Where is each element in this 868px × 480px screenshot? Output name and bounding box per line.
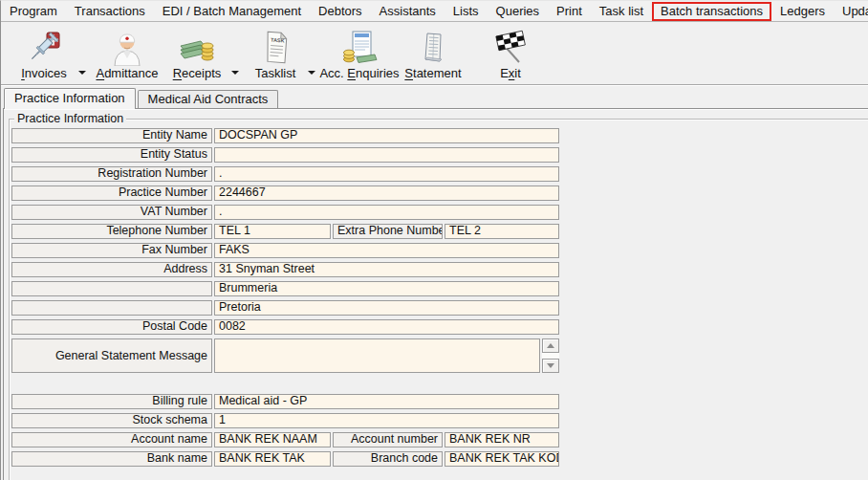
- menu-task-list[interactable]: Task list: [591, 2, 652, 21]
- practice-information-window: { "menu": { "items": ["Program","Transac…: [0, 0, 868, 480]
- form-row-entity-name: Entity Name DOCSPAN GP: [11, 128, 559, 143]
- syringe-invoice-icon: [25, 26, 63, 66]
- exit-button[interactable]: Exit: [484, 26, 537, 80]
- tasklist-label: Tasklist: [255, 66, 296, 80]
- address-line-2-field[interactable]: Brummeria: [214, 281, 559, 296]
- scroll-down-button[interactable]: [542, 359, 559, 373]
- tasklist-button[interactable]: TASK Tasklist: [246, 26, 305, 80]
- form-row-address-2: Brummeria: [11, 281, 559, 296]
- receipts-button[interactable]: Receipts: [165, 26, 228, 80]
- admittance-button[interactable]: Admittance: [89, 26, 165, 80]
- menu-ledgers[interactable]: Ledgers: [771, 2, 834, 21]
- menu-transactions[interactable]: Transactions: [66, 2, 154, 21]
- statement-button[interactable]: Statement: [398, 26, 468, 80]
- practice-number-label: Practice Number: [11, 185, 212, 201]
- arrow-down-icon: [547, 363, 554, 368]
- form-row-bank: Bank name BANK REK TAK Branch code BANK …: [11, 451, 559, 467]
- tasklist-dropdown-arrow-icon[interactable]: [308, 71, 315, 75]
- menu-print[interactable]: Print: [548, 2, 591, 21]
- address-label: Address: [11, 262, 212, 277]
- toolbar: Invoices Admittance: [1, 23, 868, 85]
- menu-debtors[interactable]: Debtors: [310, 2, 371, 21]
- branch-code-label: Branch code: [333, 451, 443, 467]
- fax-number-label: Fax Number: [11, 243, 212, 258]
- extra-phone-number-field[interactable]: TEL 2: [445, 224, 559, 239]
- menu-edi-batch-management[interactable]: EDI / Batch Management: [154, 2, 310, 21]
- stock-schema-label: Stock schema: [11, 413, 212, 428]
- svg-text:TASK: TASK: [271, 37, 285, 44]
- task-note-icon: TASK: [256, 26, 294, 66]
- tab-panel: Practice Information Entity Name DOCSPAN…: [3, 108, 868, 480]
- receipts-dropdown-arrow-icon[interactable]: [231, 71, 239, 75]
- vat-number-label: VAT Number: [11, 205, 212, 220]
- arrow-up-icon: [547, 343, 554, 348]
- extra-phone-number-label: Extra Phone Number: [333, 224, 443, 239]
- form-row-telephone: Telephone Number TEL 1 Extra Phone Numbe…: [11, 224, 559, 239]
- form-row-billing-rule: Billing rule Medical aid - GP: [11, 394, 559, 409]
- registration-number-field[interactable]: .: [214, 166, 559, 182]
- billing-rule-label: Billing rule: [11, 394, 212, 409]
- address-line-3-field[interactable]: Pretoria: [214, 300, 559, 316]
- form-row-practice-number: Practice Number 2244667: [11, 185, 559, 201]
- form-row-fax-number: Fax Number FAKS: [11, 243, 559, 258]
- fax-number-field[interactable]: FAKS: [214, 243, 559, 258]
- groupbox-title: Practice Information: [14, 112, 126, 125]
- form-row-vat-number: VAT Number .: [11, 205, 559, 220]
- menu-lists[interactable]: Lists: [445, 2, 488, 21]
- general-statement-message-field[interactable]: [214, 338, 540, 373]
- form-row-entity-status: Entity Status: [11, 147, 559, 163]
- statement-label: Statement: [404, 66, 461, 80]
- account-number-field[interactable]: BANK REK NR: [445, 432, 559, 447]
- acc-enquiries-button[interactable]: Acc. Enquiries: [316, 26, 402, 80]
- scroll-up-button[interactable]: [542, 338, 559, 353]
- nurse-icon: [108, 26, 146, 66]
- invoices-button[interactable]: Invoices: [13, 26, 75, 80]
- form-row-address-3: Pretoria: [11, 300, 559, 316]
- branch-code-field[interactable]: BANK REK TAK KODE: [445, 451, 559, 467]
- registration-number-label: Registration Number: [11, 166, 212, 182]
- menu-batch-transactions-highlighted[interactable]: Batch transactions: [652, 2, 771, 21]
- acc-enquiries-label: Acc. Enquiries: [319, 66, 399, 80]
- address-2-label: [11, 281, 212, 296]
- postal-code-field[interactable]: 0082: [214, 319, 559, 335]
- form: Entity Name DOCSPAN GP Entity Status Reg…: [11, 128, 559, 467]
- menu-assistants[interactable]: Assistants: [371, 2, 445, 21]
- menu-program[interactable]: Program: [1, 2, 66, 21]
- exit-label: Exit: [500, 66, 521, 80]
- message-scrollbar: [542, 338, 559, 373]
- admittance-label: Admittance: [96, 66, 158, 80]
- menu-bar: Program Transactions EDI / Batch Managem…: [1, 1, 868, 22]
- entity-status-label: Entity Status: [11, 147, 212, 163]
- cash-coins-icon: [178, 26, 216, 66]
- address-3-label: [11, 300, 212, 316]
- form-row-address-1: Address 31 Snyman Street: [11, 262, 559, 277]
- vat-number-field[interactable]: .: [214, 205, 559, 220]
- account-enquiry-icon: [340, 26, 379, 66]
- bank-name-field[interactable]: BANK REK TAK: [214, 451, 331, 467]
- billing-rule-field[interactable]: Medical aid - GP: [214, 394, 559, 409]
- tab-practice-information[interactable]: Practice Information: [4, 88, 136, 109]
- entity-name-label: Entity Name: [11, 128, 212, 143]
- account-number-label: Account number: [333, 432, 443, 447]
- telephone-number-field[interactable]: TEL 1: [214, 224, 331, 239]
- menu-update[interactable]: Update: [834, 2, 868, 21]
- practice-information-groupbox: Practice Information Entity Name DOCSPAN…: [9, 119, 868, 480]
- stock-schema-field[interactable]: 1: [214, 413, 559, 428]
- account-name-label: Account name: [11, 432, 212, 447]
- account-name-field[interactable]: BANK REK NAAM: [214, 432, 331, 447]
- form-row-registration-number: Registration Number .: [11, 166, 559, 182]
- form-row-account: Account name BANK REK NAAM Account numbe…: [11, 432, 559, 447]
- postal-code-label: Postal Code: [11, 319, 212, 335]
- form-row-postal-code: Postal Code 0082: [11, 319, 559, 335]
- tab-medical-aid-contracts[interactable]: Medical Aid Contracts: [138, 90, 279, 108]
- telephone-number-label: Telephone Number: [11, 224, 212, 239]
- form-row-stock-schema: Stock schema 1: [11, 413, 559, 428]
- practice-number-field[interactable]: 2244667: [214, 185, 559, 201]
- entity-name-field[interactable]: DOCSPAN GP: [214, 128, 559, 143]
- statement-ledger-icon: [414, 26, 452, 66]
- address-line-1-field[interactable]: 31 Snyman Street: [214, 262, 559, 277]
- receipts-label: Receipts: [173, 66, 222, 80]
- entity-status-field[interactable]: [214, 147, 559, 163]
- menu-queries[interactable]: Queries: [488, 2, 549, 21]
- invoices-dropdown-arrow-icon[interactable]: [78, 71, 86, 75]
